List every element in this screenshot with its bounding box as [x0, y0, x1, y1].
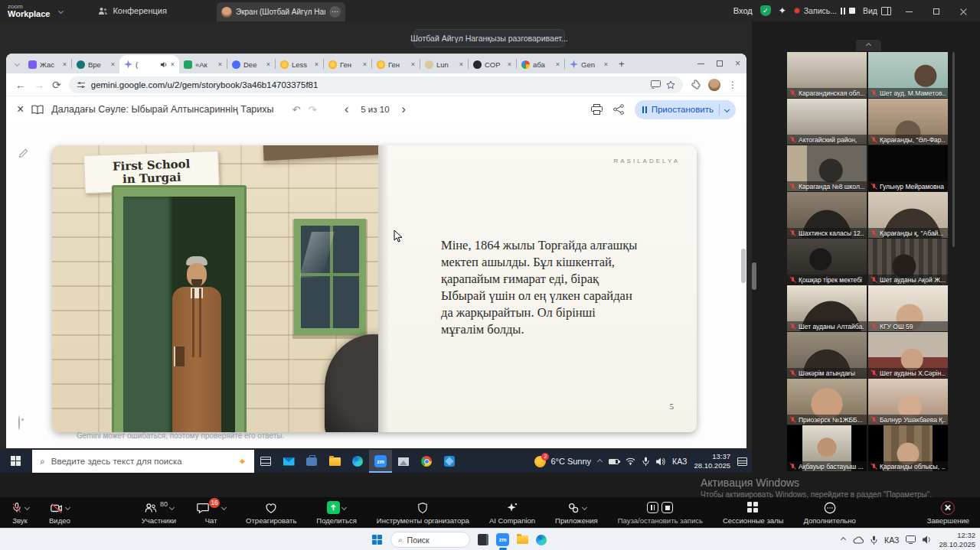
share-screen-button[interactable]: Поделиться: [316, 500, 356, 525]
mail-app-icon[interactable]: [277, 450, 300, 473]
participant-tile[interactable]: Шет ауд. М.Маметов...: [868, 52, 948, 98]
video-button[interactable]: Видео: [49, 500, 70, 525]
participant-tile[interactable]: Шет ауданы Ақой Ж...: [868, 239, 948, 285]
participant-tile[interactable]: Караганда №8 школ...: [787, 145, 867, 191]
maximize-button[interactable]: [926, 6, 946, 15]
participant-tile[interactable]: Қарағанды қ, "Абай...: [868, 192, 948, 238]
tab-more-icon[interactable]: ⋯: [329, 6, 341, 18]
chat-button[interactable]: 16 Чат: [196, 500, 226, 525]
photos-app-icon[interactable]: [392, 450, 415, 473]
close-button[interactable]: [954, 6, 974, 15]
chrome-app-icon[interactable]: [415, 450, 438, 473]
clock[interactable]: 13:37 28.10.2025: [694, 452, 730, 470]
browser-minimize-icon[interactable]: [697, 63, 704, 64]
tab-search-icon[interactable]: [15, 60, 20, 66]
participant-tile[interactable]: Приозерск №1ЖББ...: [787, 379, 867, 425]
participant-tile[interactable]: Балнур Ушакбаева Қ...: [868, 379, 948, 425]
edge-app-icon[interactable]: [346, 450, 369, 473]
tab-close-icon[interactable]: [604, 60, 608, 68]
participants-button[interactable]: 80 Участники: [142, 500, 176, 525]
participant-tile[interactable]: Шет ауданы Х.Сәрін...: [868, 332, 948, 378]
host-file-explorer-icon[interactable]: [517, 529, 528, 550]
mic-tray-icon[interactable]: [642, 457, 649, 466]
cast-icon[interactable]: [651, 80, 661, 89]
login-button[interactable]: Вход: [733, 6, 753, 15]
browser-close-icon[interactable]: [735, 58, 740, 69]
audio-options-icon[interactable]: [24, 505, 30, 510]
browser-tab[interactable]: Ген: [372, 55, 420, 73]
participant-tile[interactable]: КГУ ОШ 59: [868, 285, 948, 331]
host-app-icon[interactable]: [478, 529, 488, 550]
tab-close-icon[interactable]: [411, 60, 415, 68]
apps-button[interactable]: Приложения: [555, 500, 598, 525]
participant-tile[interactable]: Шәкәрім атындағы: [787, 332, 867, 378]
onedrive-cloud-icon[interactable]: [852, 536, 864, 544]
address-bar[interactable]: gemini.google.com/u/2/gem/storybook/3a46…: [69, 76, 683, 93]
tab-close-icon[interactable]: [363, 60, 367, 68]
windows-search-box[interactable]: ⌕ Введите здесь текст для поиска: [32, 450, 254, 473]
store-app-icon[interactable]: [300, 450, 323, 473]
tab-close-icon[interactable]: [508, 60, 511, 68]
host-display-icon[interactable]: [906, 535, 916, 544]
ai-companion-button[interactable]: AI Companion: [489, 500, 535, 525]
share-options-icon[interactable]: [341, 505, 347, 510]
file-explorer-icon[interactable]: [323, 450, 346, 473]
speaker-icon[interactable]: [656, 457, 665, 466]
video-options-icon[interactable]: [65, 505, 70, 510]
host-zoom-app-icon[interactable]: zm: [496, 529, 509, 550]
photos-blue-app-icon[interactable]: [438, 450, 461, 473]
tab-close-icon[interactable]: [111, 60, 115, 68]
browser-tab[interactable]: COP: [469, 55, 516, 73]
extensions-icon[interactable]: [691, 80, 701, 89]
browser-tab-active[interactable]: (: [119, 55, 179, 73]
tray-expand-icon[interactable]: [597, 458, 603, 464]
tab-close-icon[interactable]: [171, 60, 175, 68]
tab-close-icon[interactable]: [556, 60, 560, 68]
participant-tile[interactable]: Карагандинская обл...: [787, 52, 867, 98]
edit-pencil-icon[interactable]: [18, 148, 28, 158]
host-speaker-icon[interactable]: [923, 535, 932, 544]
ai-sparkle-icon[interactable]: [779, 5, 786, 16]
participant-tile[interactable]: Қошқар тірек мектебі: [787, 239, 867, 285]
prev-page-icon[interactable]: [345, 103, 348, 116]
redo-icon[interactable]: [308, 104, 316, 116]
tab-close-icon[interactable]: [218, 60, 222, 68]
tab-close-icon[interactable]: [459, 60, 463, 68]
more-button[interactable]: Дополнительно: [803, 500, 855, 525]
share-scrollbar-thumb[interactable]: [752, 262, 756, 290]
participants-options-icon[interactable]: [169, 505, 175, 510]
participant-tile[interactable]: Қарағанды облысы, ...: [868, 425, 948, 471]
browser-tab[interactable]: Вре: [72, 55, 119, 73]
browser-menu-icon[interactable]: [728, 80, 737, 90]
task-view-button[interactable]: [254, 450, 277, 473]
end-meeting-button[interactable]: Завершение: [927, 500, 969, 525]
tab-close-icon[interactable]: [315, 60, 318, 68]
print-icon[interactable]: [591, 104, 603, 115]
browser-tab[interactable]: Lun: [420, 55, 468, 73]
pause-dropdown-icon[interactable]: [725, 108, 736, 112]
zoom-app-icon[interactable]: zm: [369, 450, 392, 473]
share-icon[interactable]: [613, 104, 624, 115]
host-edge-icon[interactable]: [536, 529, 547, 550]
pause-recording-button[interactable]: [841, 8, 845, 15]
wifi-icon[interactable]: [626, 457, 635, 465]
participant-tile[interactable]: Шахтинск каласы 12...: [787, 192, 867, 238]
participant-tile[interactable]: Қарағанды, "Әл-Фар...: [868, 99, 948, 145]
start-button[interactable]: [0, 450, 32, 473]
pause-generation-button[interactable]: Приостановить: [635, 100, 736, 119]
breakout-rooms-button[interactable]: Сессионные залы: [723, 500, 784, 525]
host-start-button[interactable]: [372, 529, 383, 550]
security-shield-icon[interactable]: ✓: [760, 5, 771, 16]
chat-options-icon[interactable]: [221, 505, 227, 510]
pause-stop-recording-button[interactable]: Пауза/остановить запись: [618, 500, 703, 525]
back-button[interactable]: [15, 79, 26, 91]
react-button[interactable]: Отреагировать: [246, 500, 296, 525]
language-indicator[interactable]: КАЗ: [672, 457, 687, 466]
minimize-button[interactable]: [899, 6, 919, 15]
bookmark-star-icon[interactable]: [666, 80, 675, 89]
tab-close-icon[interactable]: [63, 60, 67, 68]
weather-widget[interactable]: 2 6°C Sunny: [534, 456, 591, 467]
reload-button[interactable]: [52, 79, 61, 91]
settings-gear-icon[interactable]: [18, 415, 20, 430]
browser-tab[interactable]: аба: [517, 55, 564, 73]
